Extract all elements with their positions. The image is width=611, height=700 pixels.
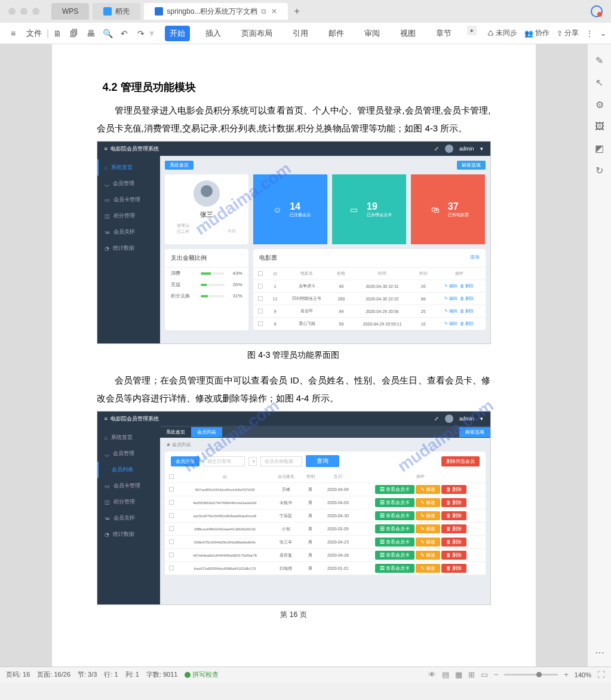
ratio-bar: 消费43% — [165, 268, 248, 279]
sync-status[interactable]: ♺ 未同步 — [487, 28, 517, 38]
preview-icon[interactable]: 🔍 — [99, 29, 116, 38]
more-icon[interactable]: ⋯ — [595, 647, 604, 658]
menu-more-icon[interactable]: ⋮ — [586, 29, 593, 38]
saveas-icon[interactable]: 🗐 — [66, 29, 82, 38]
fig1-profile-card: 张三 管理员已工作0:21 — [165, 174, 248, 244]
collab-button[interactable]: 👥 协作 — [524, 28, 549, 38]
view-web-icon[interactable]: ⊞ — [468, 670, 475, 679]
fig2-nav-points: ◫积分管理 — [97, 494, 160, 510]
fig1-nav-home: ⌂系统首页 — [97, 159, 160, 176]
settings-icon[interactable]: ⚙ — [595, 99, 604, 110]
status-row: 行: 1 — [104, 670, 118, 679]
share-button[interactable]: ⇪ 分享 — [557, 28, 579, 38]
titlebar: WPS 稻壳 springbo...积分系统万字文档 ⧉ ✕ + — [0, 0, 611, 23]
fig2-input-name: 会员名称检索 — [260, 456, 302, 466]
ribbon-insert[interactable]: 插入 — [201, 26, 226, 41]
undo-icon[interactable]: ↶ — [116, 29, 133, 38]
status-pagecount[interactable]: 页面: 16/26 — [37, 670, 70, 679]
shape-icon[interactable]: ◩ — [595, 143, 604, 154]
tab-daoqiao[interactable]: 稻壳 — [93, 3, 140, 20]
caption-4-3: 图 4-3 管理员功能界面图 — [97, 350, 491, 361]
close-dot[interactable] — [8, 8, 16, 15]
ribbon-layout[interactable]: 页面布局 — [237, 26, 277, 41]
print-icon[interactable]: 🖶 — [82, 29, 99, 38]
fig1-panel-title: 电影票 — [259, 254, 277, 262]
ribbon-more-icon[interactable]: ▸ — [467, 26, 477, 35]
cursor-icon[interactable]: ↖ — [595, 77, 603, 88]
hamburger-icon[interactable]: ≡ — [5, 29, 22, 38]
history-icon[interactable]: ↻ — [595, 165, 603, 176]
fig2-chevron-down-icon: ▾ — [480, 416, 483, 422]
statusbar: 页码: 16 页面: 16/26 节: 3/3 行: 1 列: 1 字数: 90… — [0, 667, 611, 682]
fig2-nav-home: ⌂系统首页 — [97, 429, 160, 446]
table-row: 8雪山飞狐502020-04-29 20:55:1110✎ 编辑🗑 删除 — [253, 318, 486, 330]
table-row: fcac671e85354bbc8086a94102d8c170扫地僧男2020… — [165, 562, 486, 575]
collapse-ribbon-icon[interactable]: ⌄ — [600, 29, 606, 38]
eye-icon[interactable]: 👁 — [428, 670, 436, 679]
paragraph-2: 会员管理；在会员管理页面中可以查看会员 ID、会员姓名、性别、会员生日、查看会员… — [97, 372, 491, 407]
fig2-user: admin — [459, 416, 474, 422]
fig1-title: 电影院会员管理系统 — [110, 145, 159, 153]
document-viewport[interactable]: 4.2 管理员功能模块 管理员登录进入电影会员积分系统可以查看首页、个人中心、管… — [0, 44, 587, 667]
ribbon-tabs: 开始 插入 页面布局 引用 邮件 审阅 视图 章节 ▸ — [165, 26, 477, 41]
tab-close-icon[interactable]: ✕ — [271, 7, 277, 16]
tab-active-label: springbo...积分系统万字文档 — [167, 7, 257, 17]
ribbon-mail[interactable]: 邮件 — [324, 26, 349, 41]
figure-4-4: ≡ 电影院会员管理系统 ⤢ admin ▾ ⌂系统首页 ◡会员管理 会员列表 ▭ — [97, 411, 491, 605]
tab-window-icon[interactable]: ⧉ — [261, 7, 266, 16]
fig1-stat-members: ☺14已注册会员 — [253, 174, 327, 244]
fig2-input-date: 就生日查询 — [203, 456, 245, 466]
tab-daoqiao-label: 稻壳 — [115, 7, 130, 17]
ribbon-start[interactable]: 开始 — [165, 26, 190, 41]
ribbon-review[interactable]: 审阅 — [360, 26, 385, 41]
fig1-tab-home: 系统首页 — [165, 161, 194, 170]
word-icon — [155, 7, 163, 16]
ribbon-ref[interactable]: 引用 — [288, 26, 313, 41]
fullscreen-icon[interactable]: ⛶ — [597, 670, 605, 679]
image-icon[interactable]: 🖼 — [595, 121, 604, 132]
fig2-expand-icon: ⤢ — [434, 416, 439, 422]
view-outline-icon[interactable]: ▦ — [455, 670, 462, 679]
save-icon[interactable]: 🗎 — [49, 29, 66, 38]
zoom-in-icon[interactable]: + — [564, 670, 569, 679]
tab-document-active[interactable]: springbo...积分系统万字文档 ⧉ ✕ — [144, 3, 288, 20]
redo-icon[interactable]: ↷ — [133, 29, 149, 38]
zoom-slider[interactable] — [504, 674, 558, 676]
status-section[interactable]: 节: 3/3 — [78, 670, 97, 679]
min-dot[interactable] — [20, 8, 27, 15]
tab-add-icon[interactable]: + — [294, 6, 299, 17]
section-heading: 4.2 管理员功能模块 — [103, 80, 491, 94]
max-dot[interactable] — [32, 8, 39, 15]
zoom-level[interactable]: 140% — [575, 671, 591, 678]
menu-right: ♺ 未同步 👥 协作 ⇪ 分享 ⋮ ⌄ — [487, 28, 606, 38]
fig2-btn-delete-selected: 删除所选会员 — [441, 456, 480, 466]
fig1-profile-name: 张三 — [171, 210, 242, 219]
view-page-icon[interactable]: ▤ — [442, 670, 449, 679]
table-row: edc5c2070d154561b8d5aa94ded0ccd9宁采臣男2020… — [165, 509, 486, 523]
status-page[interactable]: 页码: 16 — [6, 670, 30, 679]
zoom-out-icon[interactable]: − — [494, 670, 499, 679]
menu-file[interactable]: 文件 — [22, 28, 47, 39]
daoqiao-icon — [103, 7, 112, 16]
view-read-icon[interactable]: ▭ — [481, 670, 488, 679]
fig2-tab-home: 系统首页 — [160, 427, 191, 437]
fig2-nav-card: ▭会员卡管理 — [97, 478, 160, 494]
bag-icon: 🛍 — [428, 202, 443, 217]
fig2-btn-register: 会员注册 — [171, 456, 199, 466]
fig1-sidebar: ⌂系统首页 ◡会员管理 ▭会员卡管理 ◫积分管理 ≔会员关怀 ◔统计数据 — [97, 156, 160, 343]
table-row: 567ced95cf1541bc94ccb3dfa767b53f乔峰男2020-… — [165, 483, 486, 496]
tab-wps[interactable]: WPS — [51, 3, 89, 20]
status-spellcheck[interactable]: 拼写检查 — [185, 670, 219, 679]
status-chars[interactable]: 字数: 9011 — [146, 670, 178, 679]
fig1-add-link: 添加 — [470, 254, 480, 262]
fig2-nav-member: ◡会员管理 — [97, 446, 160, 462]
app-logo-icon — [591, 5, 603, 17]
table-row: 9黄金甲992020-04-29 20:5625✎ 编辑🗑 删除 — [253, 305, 486, 318]
ribbon-chapter[interactable]: 章节 — [431, 26, 456, 41]
fig1-table: ID电影名价格时间积分操作 1龙争虎斗902020-04-30 22:3120✎… — [253, 268, 486, 330]
ribbon-view[interactable]: 视图 — [395, 26, 420, 41]
fig1-stat-tickets: 🛍37已售电影票 — [411, 174, 485, 244]
fig1-movie-panel: 电影票添加 ID电影名价格时间积分操作 1龙争虎斗902020-04-30 22… — [253, 249, 486, 330]
pencil-icon[interactable]: ✎ — [595, 55, 603, 66]
fig1-nav-points: ◫积分管理 — [97, 208, 160, 224]
